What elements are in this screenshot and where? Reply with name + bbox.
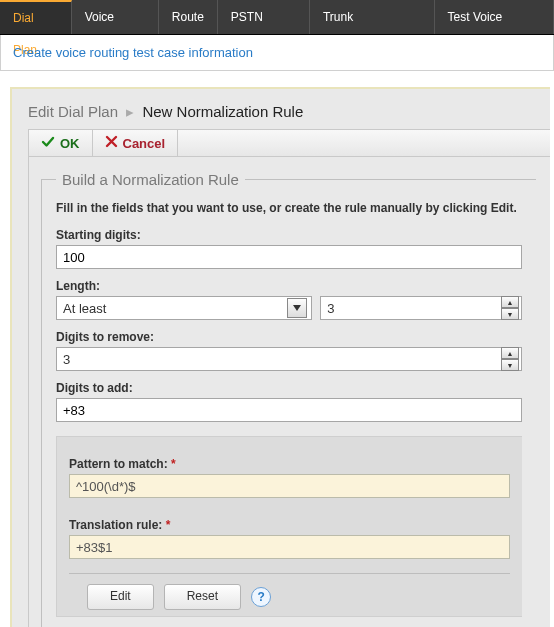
- spinner-buttons-icon: ▲▼: [501, 296, 519, 320]
- check-icon: [41, 135, 55, 152]
- length-mode-select[interactable]: At least: [56, 296, 312, 320]
- pattern-label: Pattern to match: *: [69, 457, 510, 471]
- length-mode-value: At least: [63, 301, 106, 316]
- breadcrumb-current: New Normalization Rule: [142, 103, 303, 120]
- digits-add-input[interactable]: [56, 398, 522, 422]
- starting-digits-label: Starting digits:: [56, 228, 522, 242]
- tab-trunk-configuration[interactable]: Trunk Configuration: [310, 0, 435, 34]
- starting-digits-input[interactable]: [56, 245, 522, 269]
- length-value-stepper[interactable]: 3 ▲▼: [320, 296, 522, 320]
- cancel-button[interactable]: Cancel: [93, 130, 179, 156]
- tab-pstn-usage[interactable]: PSTN Usage: [218, 0, 310, 34]
- cancel-label: Cancel: [123, 136, 166, 151]
- content-outer: Edit Dial Plan ▸ New Normalization Rule …: [10, 87, 550, 627]
- tab-route[interactable]: Route: [159, 0, 218, 34]
- chevron-down-icon: [287, 298, 307, 318]
- digits-remove-stepper[interactable]: 3 ▲▼: [56, 347, 522, 371]
- digits-remove-value: 3: [63, 352, 70, 367]
- length-label: Length:: [56, 279, 522, 293]
- reset-button[interactable]: Reset: [164, 584, 241, 610]
- length-value: 3: [327, 301, 334, 316]
- breadcrumb-parent: Edit Dial Plan: [28, 103, 118, 120]
- pattern-output: [69, 474, 510, 498]
- rule-fieldset: Build a Normalization Rule Fill in the f…: [41, 171, 536, 627]
- translation-label: Translation rule: *: [69, 518, 510, 532]
- ok-button[interactable]: OK: [29, 130, 93, 156]
- close-icon: [105, 135, 118, 151]
- rule-instructions: Fill in the fields that you want to use,…: [56, 200, 522, 216]
- rule-legend: Build a Normalization Rule: [56, 171, 245, 188]
- digits-add-label: Digits to add:: [56, 381, 522, 395]
- required-icon: *: [171, 457, 176, 471]
- tab-voice-policy[interactable]: Voice Policy: [72, 0, 159, 34]
- toolbar: OK Cancel: [28, 129, 550, 157]
- help-icon[interactable]: ?: [251, 587, 271, 607]
- spinner-buttons-icon: ▲▼: [501, 347, 519, 371]
- tab-test-voice-routing[interactable]: Test Voice Routing: [435, 0, 554, 34]
- breadcrumb: Edit Dial Plan ▸ New Normalization Rule: [28, 103, 550, 121]
- panel-body: Build a Normalization Rule Fill in the f…: [28, 157, 550, 627]
- computed-block: Pattern to match: * Translation rule: * …: [56, 436, 522, 617]
- translation-output: [69, 535, 510, 559]
- top-nav: Dial Plan Voice Policy Route PSTN Usage …: [0, 0, 554, 35]
- digits-remove-label: Digits to remove:: [56, 330, 522, 344]
- create-test-case-link[interactable]: Create voice routing test case informati…: [13, 45, 253, 60]
- divider: [69, 573, 510, 574]
- breadcrumb-sep-icon: ▸: [126, 103, 134, 120]
- tab-dial-plan[interactable]: Dial Plan: [0, 0, 72, 34]
- ok-label: OK: [60, 136, 80, 151]
- required-icon: *: [166, 518, 171, 532]
- edit-button[interactable]: Edit: [87, 584, 154, 610]
